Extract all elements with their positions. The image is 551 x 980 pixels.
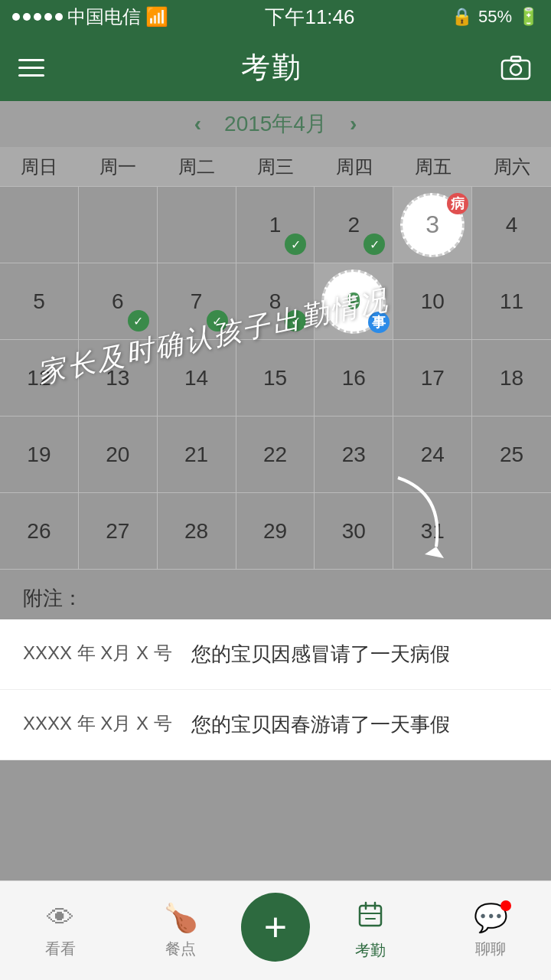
check-icon: ✓ [285,234,306,255]
notice-list: XXXX 年 X月 X 号 您的宝贝因感冒请了一天病假 XXXX 年 X月 X … [0,619,551,760]
svg-rect-4 [360,906,381,926]
bottom-nav: 👁 看看 🍗 餐点 + 考勤 💬 聊聊 [0,880,551,980]
cal-day-20[interactable]: 20 [79,416,158,493]
list-item[interactable]: XXXX 年 X月 X 号 您的宝贝因春游请了一天事假 [0,690,551,760]
cal-day-19[interactable]: 19 [0,416,79,493]
cal-day-14[interactable]: 14 [158,340,236,416]
table-row [472,493,551,570]
cal-day-21[interactable]: 21 [158,416,236,493]
calendar-grid: 1 ✓ 2 ✓ 3 病 4 5 6 ✓ 7 ✓ 8 ✓ [0,187,551,570]
list-item[interactable]: XXXX 年 X月 X 号 您的宝贝因感冒请了一天病假 [0,619,551,690]
sick-badge: 病 [447,193,468,214]
notice-date-2: XXXX 年 X月 X 号 [23,711,176,736]
cal-day-24[interactable]: 24 [393,416,472,493]
bottom-spacer [0,760,551,883]
page-title: 考勤 [241,48,302,87]
signal-dots [12,13,63,21]
carrier-label: 中国电信 [67,5,141,29]
calendar: 周日 周一 周二 周三 周四 周五 周六 1 ✓ 2 ✓ 3 病 4 [0,147,551,570]
nav-label-look: 看看 [45,939,76,959]
table-row [79,187,158,263]
cal-day-13[interactable]: 13 [79,340,158,416]
menu-button[interactable] [18,59,44,77]
notice-content-2: 您的宝贝因春游请了一天事假 [191,711,528,738]
check-icon: ✓ [207,310,228,332]
cal-day-28[interactable]: 28 [158,493,236,570]
weekday-mon: 周一 [79,147,158,186]
notice-date-1: XXXX 年 X月 X 号 [23,641,176,665]
notice-content-1: 您的宝贝因感冒请了一天病假 [191,641,528,668]
remarks-section: 附注： [0,570,551,619]
cal-day-8[interactable]: 8 ✓ [236,263,315,340]
cal-day-10[interactable]: 10 [393,263,472,340]
cal-day-7[interactable]: 7 ✓ [158,263,236,340]
check-icon: ✓ [285,310,306,332]
cal-day-17[interactable]: 17 [393,340,472,416]
table-row [158,187,236,263]
cal-day-18[interactable]: 18 [472,340,551,416]
attend-icon [357,901,384,936]
plus-icon: + [264,907,287,947]
event-badge: 事 [368,312,390,333]
camera-button[interactable] [499,54,533,81]
cal-day-26[interactable]: 26 [0,493,79,570]
weekday-tue: 周二 [158,147,236,186]
check-icon: ✓ [364,234,385,255]
cal-day-11[interactable]: 11 [472,263,551,340]
meal-icon: 🍗 [164,902,198,934]
remarks-label: 附注： [23,586,83,609]
weekday-wed: 周三 [236,147,315,186]
cal-day-22[interactable]: 22 [236,416,315,493]
cal-day-5[interactable]: 5 [0,263,79,340]
time-display: 下午11:46 [265,4,354,31]
wifi-icon: 📶 [145,6,168,28]
battery-icon: 🔋 [518,7,539,27]
weekday-fri: 周五 [393,147,472,186]
month-year-label: 2015年4月 [224,109,327,139]
cal-day-30[interactable]: 30 [315,493,393,570]
header: 考勤 [0,34,551,101]
check-icon: ✓ [128,310,149,332]
svg-rect-0 [502,60,530,79]
svg-point-1 [510,64,521,75]
nav-item-attend[interactable]: 考勤 [310,901,431,961]
cal-day-1[interactable]: 1 ✓ [236,187,315,263]
cal-day-16[interactable]: 16 [315,340,393,416]
eye-icon: 👁 [47,902,74,934]
cal-day-27[interactable]: 27 [79,493,158,570]
nav-label-chat: 聊聊 [475,939,506,959]
weekday-headers: 周日 周一 周二 周三 周四 周五 周六 [0,147,551,187]
cal-day-29[interactable]: 29 [236,493,315,570]
nav-label-attend: 考勤 [355,940,386,961]
lock-icon: 🔒 [452,7,472,27]
svg-rect-2 [511,57,520,61]
cal-day-25[interactable]: 25 [472,416,551,493]
nav-item-look[interactable]: 👁 看看 [0,902,121,959]
prev-month-button[interactable]: ‹ [194,112,201,136]
nav-add-container: + [241,893,310,969]
nav-label-meal: 餐点 [165,939,196,959]
weekday-sun: 周日 [0,147,79,186]
cal-day-6[interactable]: 6 ✓ [79,263,158,340]
cal-day-2[interactable]: 2 ✓ [315,187,393,263]
weekday-sat: 周六 [472,147,551,186]
cal-day-15[interactable]: 15 [236,340,315,416]
table-row [0,187,79,263]
calendar-nav: ‹ 2015年4月 › [0,101,551,147]
nav-item-chat[interactable]: 💬 聊聊 [431,902,552,959]
weekday-thu: 周四 [315,147,393,186]
cal-day-12[interactable]: 12 [0,340,79,416]
status-bar: 中国电信 📶 下午11:46 🔒 55% 🔋 [0,0,551,34]
cal-day-3[interactable]: 3 病 [393,187,472,263]
chat-icon: 💬 [474,902,508,934]
battery-label: 55% [478,7,512,27]
cal-day-23[interactable]: 23 [315,416,393,493]
status-left: 中国电信 📶 [12,5,168,29]
cal-day-31[interactable]: 31 [393,493,472,570]
nav-item-meal[interactable]: 🍗 餐点 [121,902,242,959]
next-month-button[interactable]: › [350,112,357,136]
status-right: 🔒 55% 🔋 [452,7,539,27]
cal-day-4[interactable]: 4 [472,187,551,263]
add-button[interactable]: + [241,893,310,962]
cal-day-9[interactable]: 9 事 [315,263,393,340]
